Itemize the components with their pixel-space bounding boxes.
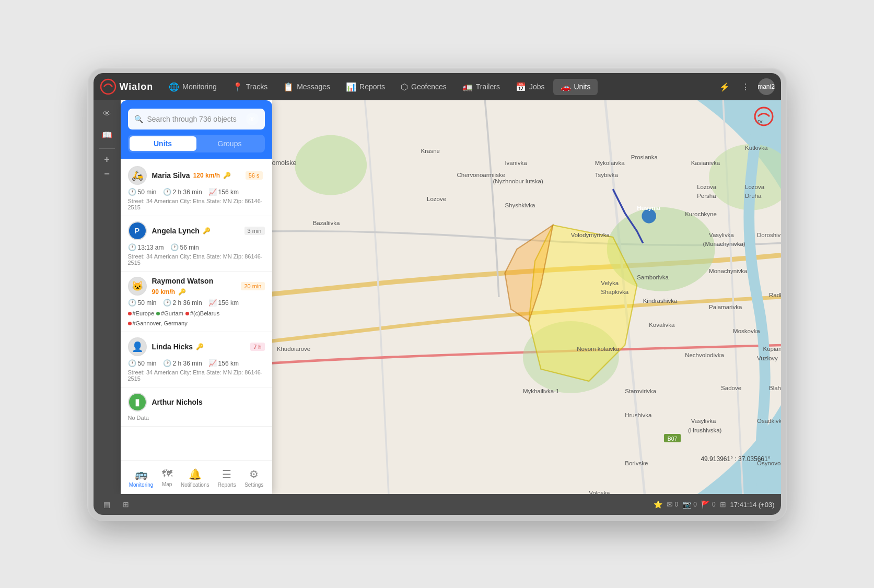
clock-icon: 🕐 [128,359,136,367]
svg-text:(Hrushivska): (Hrushivska) [687,427,721,433]
svg-text:Doroshivka: Doroshivka [757,232,781,238]
messages-icon: 📋 [283,82,294,92]
nav-geofences[interactable]: ⬡ Geofences [393,79,454,95]
tag-dot [156,312,160,315]
tag-dot [185,312,189,315]
svg-text:Bazaliivka: Bazaliivka [312,220,340,226]
clock-icon: 🕑 [163,299,171,307]
svg-text:Osadkivka: Osadkivka [757,418,781,424]
stat-value: 2 h 36 min [173,299,202,307]
unit-info: Raymond Watson 90 km/h 🔑 [152,277,236,296]
svg-text:Lozove: Lozove [427,196,446,202]
engine-icon: 🔑 [223,172,231,179]
svg-text:Kupiansi: Kupiansi [763,346,780,352]
nav-items: 🌐 Monitoring 📍 Tracks 📋 Messages 📊 Repor… [161,79,716,95]
unit-stat: 📈 156 km [208,359,239,367]
nav-trailers[interactable]: 🚛 Trailers [455,79,507,95]
svg-text:Vasylivka: Vasylivka [691,418,716,424]
nav-monitoring[interactable]: 🌐 Monitoring [161,79,224,95]
unit-header: ▮ Arthur Nichols [128,393,265,411]
unit-stat: 🕐 56 min [170,243,199,251]
tag: #Gurtam [156,309,183,318]
unit-stats: 🕐 50 min 🕑 2 h 36 min 📈 156 km [128,359,265,367]
book-btn[interactable]: 📖 [98,125,116,144]
unit-name-row: Linda Hicks 🔑 [152,343,246,351]
main-area: 👁 📖 + − [94,100,781,494]
time-badge: 20 min [241,282,264,290]
settings-icon: ⚙ [249,468,259,480]
unit-tags: #Europe #Gurtam #(c)Belarus [128,309,265,326]
reports-icon: 📊 [346,82,356,92]
nav-right: ⚡ ⋮ mani2 [716,78,775,95]
nav-reports[interactable]: 📊 Reports [339,79,392,95]
svg-text:Do: Do [758,119,764,124]
unit-name: Maria Silva [152,171,190,180]
mobile-nav-notifications[interactable]: 🔔 Notifications [177,466,213,490]
unit-stat: 🕐 2 h 36 min [163,188,202,196]
map-grid-btn[interactable]: ⊞ [119,497,133,512]
zoom-in-btn[interactable]: + [98,153,116,166]
tab-groups[interactable]: Groups [196,136,263,151]
svg-text:Novom kolaivka: Novom kolaivka [577,346,620,352]
mobile-nav-settings[interactable]: ⚙ Settings [240,466,267,490]
tab-units[interactable]: Units [130,136,196,151]
flag-icon: 🚩 [701,500,710,509]
nav-jobs[interactable]: 📅 Jobs [508,79,552,95]
nav-tools-btn[interactable]: ⚡ [716,78,733,95]
eye-btn[interactable]: 👁 [98,104,116,123]
geofences-icon: ⬡ [401,82,408,92]
unit-stats: 🕐 50 min 🕑 2 h 36 min 📈 156 km [128,299,265,307]
unit-speed: 120 km/h [193,172,220,179]
zoom-out-btn[interactable]: − [98,168,116,180]
engine-icon: 🔑 [203,227,211,234]
search-box[interactable]: 🔍 Search through 736 objects 👁 [128,109,265,130]
nav-messages[interactable]: 📋 Messages [276,79,337,95]
stat-value: 2 h 36 min [173,360,202,367]
tag-label: #Gannover, Germany [133,320,188,326]
star-badge: ⭐ [654,500,662,509]
unit-avatar: ▮ [128,393,147,411]
unit-stat: 🕑 2 h 36 min [163,299,202,307]
svg-text:Chervonoarmiiske: Chervonoarmiiske [457,172,505,178]
svg-text:Kutkivka: Kutkivka [745,145,768,151]
envelope-count: 0 [675,501,679,508]
unit-item[interactable]: 🐱 Raymond Watson 90 km/h 🔑 20 min [121,272,272,332]
unit-item[interactable]: ▮ Arthur Nichols No Data [121,387,272,427]
svg-text:Shapkivka: Shapkivka [601,289,629,295]
stat-value: 13:13 am [138,244,164,251]
mobile-nav-monitoring[interactable]: 🚌 Monitoring [125,466,158,490]
mobile-nav-map[interactable]: 🗺 Map [158,466,177,489]
nav-more-btn[interactable]: ⋮ [737,78,754,95]
mobile-nav-reports[interactable]: ☰ Reports [214,466,240,490]
nav-units[interactable]: 🚗 Units [553,79,598,95]
user-avatar[interactable]: mani2 [758,78,775,95]
unit-stat: 📈 156 km [208,188,239,196]
stat-value: 156 km [218,360,239,367]
nav-tracks[interactable]: 📍 Tracks [225,79,275,95]
clock-icon: 🕑 [163,359,171,367]
svg-text:Starovirivka: Starovirivka [625,388,657,394]
unit-item[interactable]: 🛵 Maria Silva 120 km/h 🔑 56 s [121,161,272,216]
svg-text:Palamarivka: Palamarivka [709,304,742,310]
stat-value: 50 min [138,299,157,307]
logo-area[interactable]: Wialon [100,78,154,95]
svg-text:Hrushivka: Hrushivka [625,412,652,418]
stat-value: 50 min [138,360,157,367]
stat-value: 50 min [138,189,157,196]
map-icon: 🗺 [162,468,172,480]
trailers-icon: 🚛 [462,82,473,92]
coordinates-display: 49.913961° : 37.035661° [701,455,770,463]
unit-name-row: Arthur Nichols [152,398,265,406]
tag-label: #Gurtam [161,310,183,316]
svg-text:Persha: Persha [697,193,716,199]
svg-text:Husynia: Husynia [637,205,660,211]
bottom-bar-right: ⭐ ✉ 0 📷 0 🚩 0 ⊞ 17:41:14 (+03) [654,500,775,509]
svg-text:B07: B07 [667,436,677,442]
svg-text:Moskovka: Moskovka [733,328,760,334]
unit-item[interactable]: P Angela Lynch 🔑 3 min 🕐 [121,216,272,272]
search-eye-btn[interactable]: 👁 [246,113,259,125]
unit-item[interactable]: 👤 Linda Hicks 🔑 7 h 🕐 [121,332,272,387]
map-list-btn[interactable]: ▤ [100,497,114,512]
svg-text:Kasianivka: Kasianivka [691,160,720,166]
panel-search-area: 🔍 Search through 736 objects 👁 Units Gro… [121,100,272,159]
